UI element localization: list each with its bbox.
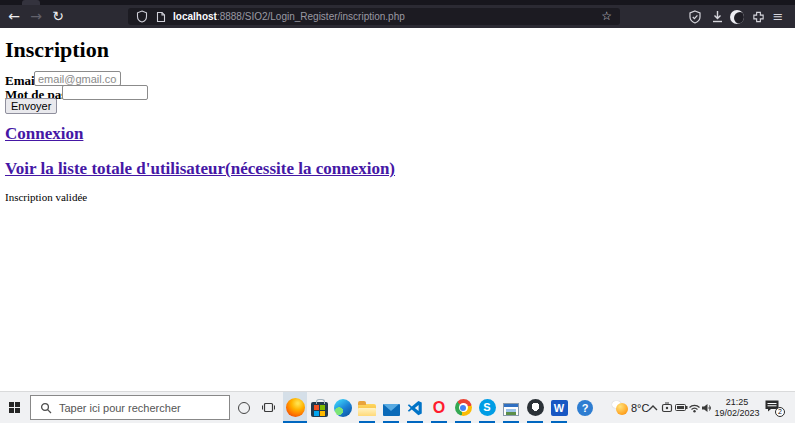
battery-icon[interactable] <box>674 392 688 423</box>
url-text[interactable]: localhost:8888/SIO2/Login_Register/inscr… <box>173 11 601 22</box>
page-title: Inscription <box>5 37 109 63</box>
clock-date: 19/02/2023 <box>714 408 759 418</box>
taskbar-app-edge[interactable] <box>331 392 355 423</box>
adblock-badge-icon[interactable] <box>685 5 705 28</box>
url-host: localhost <box>173 11 217 22</box>
taskbar-app-photo-viewer[interactable] <box>499 392 523 423</box>
taskbar-app-vscode[interactable] <box>403 392 427 423</box>
url-bar[interactable]: localhost:8888/SIO2/Login_Register/inscr… <box>128 8 620 25</box>
vscode-icon <box>406 399 424 417</box>
extensions-puzzle-icon[interactable] <box>748 5 768 28</box>
clock-time: 21:25 <box>726 397 749 407</box>
taskbar-search[interactable]: Taper ici pour rechercher <box>30 395 230 420</box>
connexion-link[interactable]: Connexion <box>5 124 83 144</box>
start-button[interactable] <box>0 392 28 423</box>
avatar <box>730 10 744 24</box>
taskbar-app-file-explorer[interactable] <box>355 392 379 423</box>
cortana-icon <box>238 402 250 414</box>
cortana-button[interactable] <box>232 392 256 423</box>
page-info-icon[interactable] <box>156 11 166 23</box>
notification-center-button[interactable]: 2 <box>764 399 784 416</box>
weather-icon[interactable] <box>612 400 628 416</box>
taskbar-app-word[interactable]: W <box>547 392 571 423</box>
taskbar-app-skype[interactable]: S <box>475 392 499 423</box>
photo-viewer-icon <box>503 403 519 416</box>
search-placeholder: Taper ici pour rechercher <box>59 402 181 414</box>
task-view-icon <box>262 402 275 413</box>
notification-count-badge: 2 <box>775 407 785 417</box>
firefox-icon <box>286 398 305 417</box>
taskbar: Taper ici pour rechercher O S W ? 8°C <box>0 391 795 423</box>
word-icon: W <box>551 400 568 416</box>
wifi-icon[interactable] <box>687 392 701 423</box>
reload-button[interactable]: ↻ <box>48 5 68 28</box>
profile-avatar-icon[interactable] <box>727 5 747 28</box>
url-path: :8888/SIO2/Login_Register/inscription.ph… <box>217 11 405 22</box>
tracking-protection-shield-icon[interactable] <box>136 10 148 23</box>
email-field[interactable] <box>34 71 121 86</box>
mail-icon <box>383 404 400 416</box>
user-list-link[interactable]: Voir la liste totale d'utilisateur(néces… <box>5 159 395 179</box>
windows-logo-icon <box>9 402 20 413</box>
tray-device-icon[interactable] <box>660 392 674 423</box>
help-icon: ? <box>577 400 593 416</box>
volume-icon[interactable] <box>700 392 714 423</box>
opera-icon: O <box>433 400 445 416</box>
password-field[interactable] <box>62 85 148 100</box>
submit-button[interactable]: Envoyer <box>5 98 57 114</box>
taskbar-app-help[interactable]: ? <box>573 392 597 423</box>
taskbar-app-mail[interactable] <box>379 392 403 423</box>
edge-icon <box>334 399 352 417</box>
status-message: Inscription validée <box>5 191 87 203</box>
browser-toolbar: ← → ↻ localhost:8888/SIO2/Login_Register… <box>0 5 795 28</box>
page-content: Inscription Email : Mot de passe : Envoy… <box>0 28 795 391</box>
taskbar-app-github-desktop[interactable] <box>523 392 547 423</box>
back-button[interactable]: ← <box>4 5 24 28</box>
skype-icon: S <box>479 399 496 416</box>
microsoft-store-icon <box>311 402 328 417</box>
taskbar-app-microsoft-store[interactable] <box>307 392 331 423</box>
chrome-icon <box>455 399 472 416</box>
taskbar-app-firefox[interactable] <box>283 392 307 423</box>
search-icon <box>40 402 52 414</box>
file-explorer-icon <box>358 404 376 416</box>
forward-button[interactable]: → <box>26 5 46 28</box>
task-view-button[interactable] <box>256 392 280 423</box>
downloads-icon[interactable] <box>707 5 727 28</box>
show-hidden-icons-chevron[interactable] <box>646 392 660 423</box>
taskbar-app-chrome[interactable] <box>451 392 475 423</box>
menu-hamburger-icon[interactable]: ≡ <box>768 5 788 28</box>
github-icon <box>527 399 544 416</box>
bookmark-star-icon[interactable]: ☆ <box>601 8 612 25</box>
taskbar-clock[interactable]: 21:25 19/02/2023 <box>714 397 760 419</box>
taskbar-app-opera[interactable]: O <box>427 392 451 423</box>
